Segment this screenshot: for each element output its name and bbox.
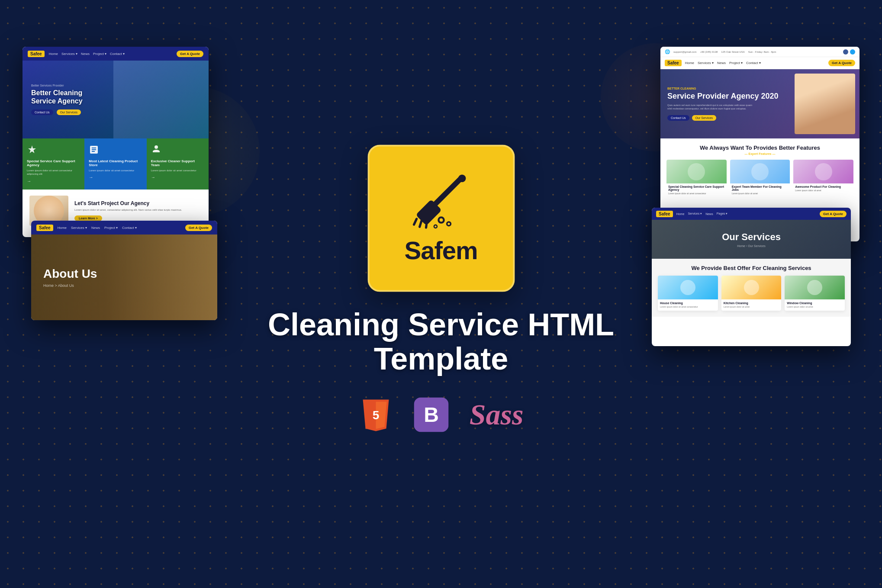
project-content: Let's Start Project Our Agency Lorem ips… <box>74 200 182 221</box>
about-hero: About Us Home > About Us <box>31 235 217 320</box>
html5-badge: 5 <box>359 397 393 432</box>
mock-nav-links: Home Services ▾ News Project ▾ Contact ▾ <box>49 52 172 56</box>
services-content-section: We Provide Best Offer For Cleaning Servi… <box>652 259 851 317</box>
svg-line-2 <box>414 219 416 225</box>
services-nav-home: Home <box>676 212 685 215</box>
services-hero-breadcrumb: Home › Our Services <box>652 244 851 247</box>
services-cards: House Cleaning Lorem ipsum dolor sit ame… <box>658 276 845 311</box>
hero2-services-btn: Our Services <box>692 115 716 121</box>
mock-navbar-hero: Safee Home Services ▾ News Project ▾ Con… <box>23 47 209 61</box>
mock-logo-2: Safee <box>665 60 682 66</box>
hero-content: Better Services Provider Better Cleaning… <box>31 84 83 115</box>
services-nav-pages: Pages ▾ <box>717 212 728 215</box>
about-nav-link-services: Services ▾ <box>71 226 87 230</box>
services-hero-content: Our Services Home › Our Services <box>652 231 851 247</box>
feature-text-1: Lorem ipsum dolor sit amet consectetur <box>666 191 727 196</box>
card-text-3: Lorem ipsum dolor sit amet consectetur <box>151 169 204 172</box>
hero2-contact-btn: Contact Us <box>667 115 689 121</box>
tagline-text: Cleaning Service HTML Template <box>221 307 662 376</box>
services-hero-title: Our Services <box>652 231 851 243</box>
about-nav-link-project: Project ▾ <box>104 226 118 230</box>
brand-name: Safem <box>404 236 477 265</box>
about-breadcrumb: Home > About Us <box>43 283 97 288</box>
nav-link-contact: Contact ▾ <box>746 61 761 65</box>
card-text-2: Lorem ipsum dolor sit amet consectetur <box>89 169 142 172</box>
service-card-window: Window Cleaning Lorem ipsum dolor sit am… <box>785 276 845 311</box>
features-title: We Always Want To Provides Better Featur… <box>666 145 853 151</box>
feature-img-1 <box>666 160 727 183</box>
mock-nav-link: Services ▾ <box>61 52 77 56</box>
hero2-buttons: Contact Us Our Services <box>667 115 853 121</box>
svg-point-7 <box>434 225 437 228</box>
project-title: Let's Start Project Our Agency <box>74 200 182 206</box>
service-cards-row: Special Service Care Support Agency Lore… <box>23 138 209 190</box>
service-icon-1 <box>27 145 37 155</box>
feature-text-3: Lorem ipsum dolor sit amet <box>793 188 853 193</box>
card-arrow-2: → <box>89 175 142 180</box>
feature-label-2: Expert Team Member For Cleaning Jobs <box>730 183 790 191</box>
preview-about-screenshot: Safee Home Services ▾ News Project ▾ Con… <box>31 221 217 320</box>
bootstrap-badge: B <box>414 397 449 432</box>
service-text-kitchen: Lorem ipsum dolor sit amet <box>721 305 782 311</box>
mock-nav-link: Contact ▾ <box>110 52 125 56</box>
features-section: We Always Want To Provides Better Featur… <box>660 138 859 202</box>
services-hero: Our Services Home › Our Services <box>652 220 851 259</box>
service-icon-3 <box>151 145 161 155</box>
services-quote-btn: Get A Quote <box>820 211 847 217</box>
card-title-1: Special Service Care Support Agency <box>27 159 80 167</box>
hero-services-btn: Our Services <box>57 109 81 115</box>
topbar-email: support@gmail.com <box>673 51 696 53</box>
hero-buttons: Contact Us Our Services <box>31 109 83 115</box>
service-label-kitchen: Kitchen Cleaning <box>721 299 782 305</box>
topbar-hours: Sun - Friday: 8am - 6pm <box>748 51 776 53</box>
feature-label-3: Awesome Product For Cleaning <box>793 183 853 188</box>
hero-subtitle: Better Services Provider <box>31 84 83 87</box>
card-text-1: Lorem ipsum dolor sit amet consectetur a… <box>27 169 80 176</box>
feature-card-2: Expert Team Member For Cleaning Jobs Lor… <box>730 160 790 196</box>
card-arrow-1: → <box>27 179 80 183</box>
service-card-kitchen: Kitchen Cleaning Lorem ipsum dolor sit a… <box>721 276 782 311</box>
preview-hero-screenshot: Safee Home Services ▾ News Project ▾ Con… <box>23 47 209 237</box>
topbar-phone: +99 (345) 0138 <box>700 51 718 53</box>
about-logo: Safee <box>36 225 53 231</box>
services-navbar: Safee Home Services ▾ News Pages ▾ Get A… <box>652 208 851 220</box>
project-description: Lorem ipsum dolor sit amet, consectetur … <box>74 208 182 212</box>
about-quote-btn: Get A Quote <box>185 225 212 231</box>
nav-link-home: Home <box>685 61 694 65</box>
mock-logo: Safee <box>28 51 45 57</box>
svg-text:5: 5 <box>373 408 380 421</box>
mock-nav-link: Project ▾ <box>93 52 106 56</box>
service-card-house: House Cleaning Lorem ipsum dolor sit ame… <box>658 276 718 311</box>
svg-line-3 <box>419 221 421 227</box>
feature-card-1: Special Cleaning Service Care Support Ag… <box>666 160 727 196</box>
about-content: About Us Home > About Us <box>43 267 97 288</box>
mock-topbar: 🌐 support@gmail.com +99 (345) 0138 125 O… <box>660 47 859 57</box>
services-nav-news: News <box>705 212 713 215</box>
svg-line-4 <box>426 222 427 228</box>
about-page-title: About Us <box>43 267 97 281</box>
service-img-window <box>785 276 845 299</box>
hero2-content: Better Cleaning Service Provider Agency … <box>660 80 859 127</box>
service-card-3: Exclusive Cleaner Support Team Lorem ips… <box>147 138 209 190</box>
nav-link-services: Services ▾ <box>698 61 714 65</box>
service-label-house: House Cleaning <box>658 299 718 305</box>
card-title-3: Exclusive Cleaner Support Team <box>151 159 204 167</box>
svg-text:B: B <box>424 403 439 426</box>
service-text-house: Lorem ipsum dolor sit amet consectetur <box>658 305 718 311</box>
preview-services-screenshot: Safee Home Services ▾ News Pages ▾ Get A… <box>652 208 851 346</box>
feature-label-1: Special Cleaning Service Care Support Ag… <box>666 183 727 191</box>
hero-contact-btn: Contact Us <box>31 109 53 115</box>
sass-badge: Sass <box>470 398 524 432</box>
features-subtitle: — Expert Features — <box>666 152 853 155</box>
center-branding: Safem Cleaning Service HTML Template 5 B… <box>221 145 662 432</box>
cleaning-brush-icon <box>406 172 476 232</box>
features-cards: Special Cleaning Service Care Support Ag… <box>666 160 853 196</box>
learn-more-button: Learn More > <box>74 215 102 221</box>
about-nav-link-contact: Contact ▾ <box>122 226 137 230</box>
twitter-icon <box>850 49 855 55</box>
feature-img-2 <box>730 160 790 183</box>
hero2-label: Better Cleaning <box>667 87 853 90</box>
about-navbar: Safee Home Services ▾ News Project ▾ Con… <box>31 221 217 235</box>
brand-logo-box: Safem <box>367 145 515 292</box>
card-title-2: Most Latest Cleaning Product Store <box>89 159 142 167</box>
